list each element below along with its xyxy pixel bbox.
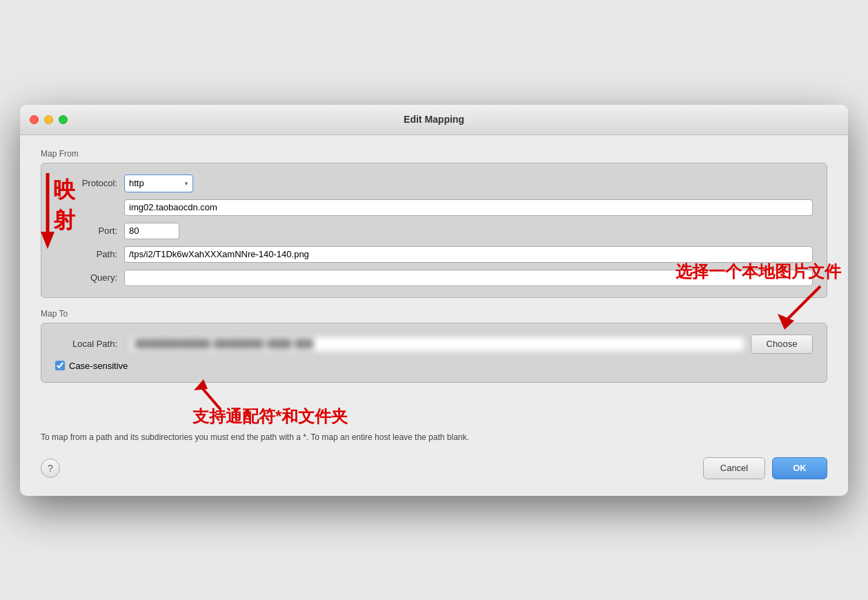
- host-input[interactable]: [124, 199, 813, 216]
- hint-text: To map from a path and its subdirectorie…: [41, 431, 827, 443]
- protocol-label: Protocol:: [55, 178, 117, 188]
- case-sensitive-label[interactable]: Case-sensitive: [69, 361, 128, 371]
- dialog-title: Edit Mapping: [404, 114, 464, 125]
- port-label: Port:: [55, 226, 117, 236]
- tongpei-arrow-svg: [193, 378, 248, 412]
- traffic-lights: [30, 115, 68, 124]
- minimize-button[interactable]: [44, 115, 53, 124]
- protocol-select[interactable]: http https: [124, 174, 193, 192]
- local-path-label: Local Path:: [55, 339, 117, 349]
- cancel-button[interactable]: Cancel: [703, 457, 765, 479]
- dialog-body: Map From Protocol: http https: [20, 135, 848, 496]
- bottom-right: Cancel OK: [703, 457, 827, 479]
- path-label: Path:: [55, 249, 117, 259]
- local-path-input[interactable]: [130, 336, 745, 352]
- port-row: Port:: [55, 223, 813, 239]
- maximize-button[interactable]: [59, 115, 68, 124]
- case-sensitive-row: Case-sensitive: [55, 361, 813, 371]
- map-to-label: Map To: [41, 309, 827, 319]
- query-input[interactable]: [124, 270, 813, 286]
- choose-button[interactable]: Choose: [751, 334, 813, 354]
- map-from-label: Map From: [41, 149, 827, 159]
- tongpei-annotation: 支持通配符*和文件夹: [193, 378, 348, 428]
- host-row: [55, 199, 813, 216]
- query-row: Query:: [55, 270, 813, 286]
- ok-button[interactable]: OK: [772, 457, 827, 479]
- map-to-box: Local Path: Choose Case-sensitive: [41, 323, 827, 383]
- query-label: Query:: [55, 272, 117, 283]
- tongpei-text: 支持通配符*和文件夹: [193, 406, 348, 428]
- port-input[interactable]: [124, 223, 179, 239]
- close-button[interactable]: [30, 115, 39, 124]
- map-to-section: Map To Local Path: Choose Case-sensitive: [41, 309, 827, 383]
- path-input[interactable]: [124, 246, 813, 263]
- case-sensitive-checkbox[interactable]: [55, 361, 65, 370]
- map-from-box: Protocol: http https: [41, 163, 827, 298]
- protocol-row: Protocol: http https: [55, 174, 813, 192]
- annotation-group: Map From Protocol: http https: [41, 149, 827, 383]
- help-button[interactable]: ?: [41, 459, 60, 478]
- local-path-row: Local Path: Choose: [55, 334, 813, 354]
- dialog: Edit Mapping Map From Protocol: http htt…: [20, 105, 848, 496]
- path-row: Path:: [55, 246, 813, 263]
- protocol-select-wrapper[interactable]: http https: [124, 174, 193, 192]
- svg-line-4: [199, 385, 220, 409]
- bottom-row: ? Cancel OK: [41, 457, 827, 479]
- titlebar: Edit Mapping: [20, 105, 848, 135]
